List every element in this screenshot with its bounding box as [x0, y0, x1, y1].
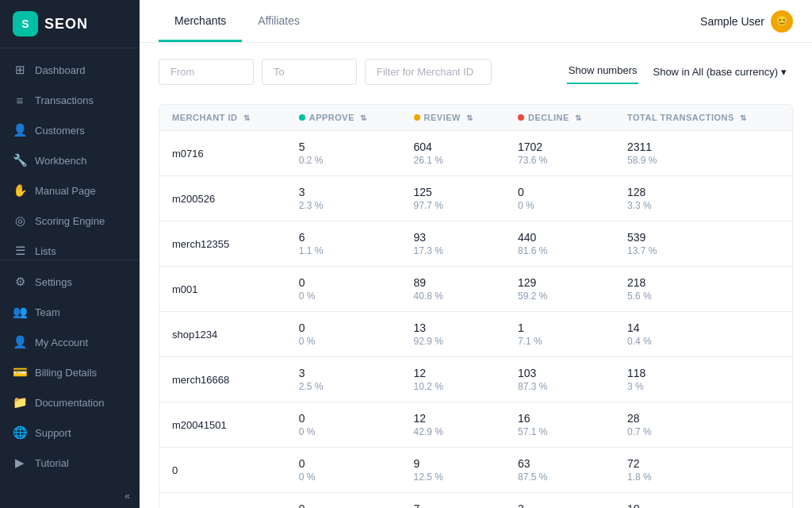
sidebar-item-support[interactable]: 🌐Support — [0, 418, 140, 448]
team-icon: 👥 — [13, 305, 27, 319]
sidebar-item-customers[interactable]: 👤Customers — [0, 115, 140, 145]
sort-icon: ⇅ — [241, 114, 251, 122]
data-cell: 1657.1 % — [505, 402, 615, 448]
main-content: MerchantsAffiliates Sample User 😊 Show n… — [140, 0, 812, 508]
sidebar-item-dashboard[interactable]: ⊞Dashboard — [0, 55, 140, 85]
col-header-decline[interactable]: DECLINE ⇅ — [505, 105, 615, 131]
sidebar-item-team[interactable]: 👥Team — [0, 297, 140, 327]
table-row[interactable]: 7400 %770 %330 %100.3 % — [159, 493, 792, 509]
sidebar-item-label: Transactions — [35, 94, 94, 106]
merchant-id-cell: merch12355 — [159, 221, 286, 267]
merchant-id-cell: m20041501 — [159, 402, 286, 448]
col-header-total[interactable]: TOTAL TRANSACTIONS ⇅ — [615, 105, 792, 131]
tab-merchants[interactable]: Merchants — [159, 0, 242, 42]
sidebar-item-settings[interactable]: ⚙Settings — [0, 267, 140, 297]
sidebar-item-billing[interactable]: 💳Billing Details — [0, 357, 140, 387]
show-numbers-button[interactable]: Show numbers — [567, 60, 639, 84]
data-cell: 12959.2 % — [505, 267, 615, 312]
sidebar-item-documentation[interactable]: 📁Documentation — [0, 387, 140, 418]
sidebar-item-lists[interactable]: ☰Lists — [0, 236, 140, 260]
manual-page-icon: ✋ — [13, 183, 27, 198]
table-row[interactable]: 000 %912.5 %6387.5 %721.8 % — [159, 448, 792, 493]
merchant-id-cell: 0 — [159, 448, 286, 493]
settings-icon: ⚙ — [13, 275, 27, 289]
data-cell: 2185.6 % — [615, 267, 792, 312]
collapse-button[interactable]: « — [0, 484, 140, 508]
lists-icon: ☰ — [13, 244, 27, 258]
billing-icon: 💳 — [13, 365, 27, 379]
data-cell: 1210.2 % — [401, 357, 505, 402]
sidebar-nav: ⊞Dashboard≡Transactions👤Customers🔧Workbe… — [0, 48, 140, 260]
user-avatar: 😊 — [771, 10, 793, 33]
data-cell: 32.3 % — [286, 176, 401, 221]
table-row[interactable]: m071650.2 %60426.1 %170273.6 %231158.9 % — [159, 131, 792, 176]
from-date-input[interactable] — [159, 59, 254, 85]
data-cell: 140.4 % — [615, 312, 792, 357]
logo-text: SEON — [44, 16, 88, 33]
sidebar-item-label: Workbench — [35, 155, 87, 167]
to-date-input[interactable] — [262, 59, 357, 85]
data-cell: 721.8 % — [615, 448, 792, 493]
documentation-icon: 📁 — [13, 395, 27, 410]
table-row[interactable]: merch1235561.1 %9317.3 %44081.6 %53913.7… — [159, 221, 792, 267]
sidebar-item-label: Settings — [35, 276, 72, 288]
table-header: MERCHANT ID ⇅APPROVE ⇅REVIEW ⇅DECLINE ⇅T… — [159, 105, 792, 131]
data-cell: 10387.3 % — [505, 357, 615, 402]
currency-chevron-icon: ▾ — [781, 66, 787, 78]
merchant-id-filter-input[interactable] — [365, 59, 492, 85]
data-cell: 912.5 % — [401, 448, 505, 493]
workbench-icon: 🔧 — [13, 153, 27, 167]
sidebar-item-label: Team — [35, 306, 60, 318]
merchant-id-cell: m0716 — [159, 131, 286, 176]
data-cell: 1242.9 % — [401, 402, 505, 448]
approve-dot — [299, 114, 305, 121]
currency-selector-button[interactable]: Show in All (base currency) ▾ — [646, 61, 793, 83]
merchant-id-cell: m001 — [159, 267, 286, 312]
tab-bar: MerchantsAffiliates — [159, 0, 316, 42]
table-body: m071650.2 %60426.1 %170273.6 %231158.9 %… — [159, 131, 792, 509]
sidebar-item-account[interactable]: 👤My Account — [0, 327, 140, 357]
data-cell: 61.1 % — [286, 221, 401, 267]
tab-affiliates[interactable]: Affiliates — [242, 0, 316, 42]
sort-icon: ⇅ — [737, 114, 747, 122]
sidebar-item-transactions[interactable]: ≡Transactions — [0, 85, 140, 115]
data-cell: 00 % — [286, 493, 401, 509]
sidebar-item-label: Manual Page — [35, 185, 96, 197]
table-row[interactable]: shop123400 %1392.9 %17.1 %140.4 % — [159, 312, 792, 357]
data-cell: 1283.3 % — [615, 176, 792, 221]
table-row[interactable]: merch1666832.5 %1210.2 %10387.3 %1183 % — [159, 357, 792, 402]
merchant-id-cell: merch16668 — [159, 357, 286, 402]
data-cell: 00 % — [286, 448, 401, 493]
scoring-engine-icon: ◎ — [13, 214, 27, 228]
sidebar-item-label: Dashboard — [35, 64, 86, 76]
transactions-icon: ≡ — [13, 93, 27, 107]
user-area: Sample User 😊 — [700, 10, 793, 33]
table-row[interactable]: m20052632.3 %12597.7 %00 %1283.3 % — [159, 176, 792, 221]
data-cell: 8940.8 % — [401, 267, 505, 312]
col-header-approve[interactable]: APPROVE ⇅ — [286, 105, 401, 131]
sidebar-item-scoring-engine[interactable]: ◎Scoring Engine — [0, 206, 140, 236]
sidebar-item-label: Tutorial — [35, 457, 69, 469]
data-cell: 60426.1 % — [401, 131, 505, 176]
data-cell: 44081.6 % — [505, 221, 615, 267]
data-cell: 330 % — [505, 493, 615, 509]
data-cell: 00 % — [286, 267, 401, 312]
data-cell: 12597.7 % — [401, 176, 505, 221]
data-cell: 770 % — [401, 493, 505, 509]
sort-icon: ⇅ — [464, 114, 473, 122]
data-cell: 32.5 % — [286, 357, 401, 402]
data-cell: 6387.5 % — [505, 448, 615, 493]
col-header-review[interactable]: REVIEW ⇅ — [401, 105, 505, 131]
table-row[interactable]: m00100 %8940.8 %12959.2 %2185.6 % — [159, 267, 792, 312]
sidebar-item-tutorial[interactable]: ▶Tutorial — [0, 448, 140, 478]
sidebar-item-label: Customers — [35, 125, 85, 137]
sidebar-item-workbench[interactable]: 🔧Workbench — [0, 145, 140, 175]
sidebar-item-manual-page[interactable]: ✋Manual Page — [0, 175, 140, 206]
table-row[interactable]: m2004150100 %1242.9 %1657.1 %280.7 % — [159, 402, 792, 448]
account-icon: 👤 — [13, 335, 27, 349]
sort-icon: ⇅ — [358, 114, 367, 122]
col-header-merchant_id[interactable]: MERCHANT ID ⇅ — [159, 105, 286, 131]
tutorial-icon: ▶ — [13, 456, 27, 470]
merchant-id-cell: shop1234 — [159, 312, 286, 357]
data-cell: 50.2 % — [286, 131, 401, 176]
